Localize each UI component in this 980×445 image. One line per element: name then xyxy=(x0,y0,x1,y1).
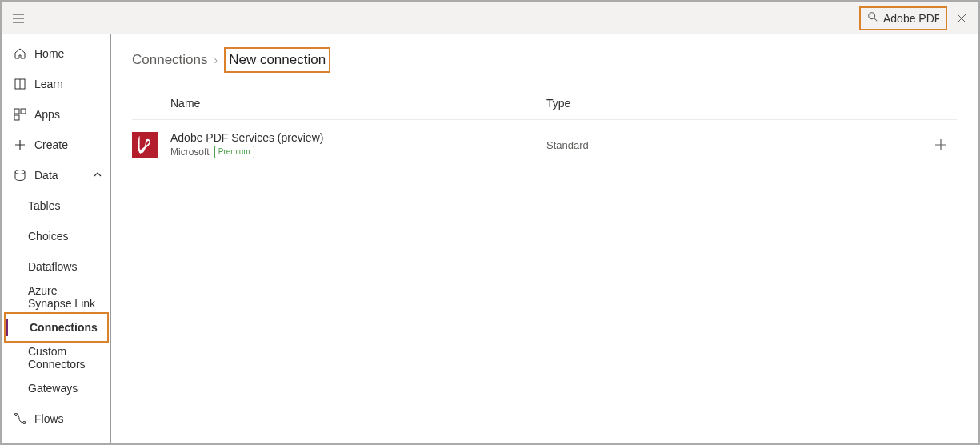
breadcrumb: Connections › New connection xyxy=(132,47,957,73)
sidebar-item-home[interactable]: Home xyxy=(2,38,110,69)
svg-point-0 xyxy=(869,13,875,19)
sidebar-item-connections[interactable]: Connections xyxy=(4,312,109,343)
svg-point-7 xyxy=(23,422,26,424)
adobe-pdf-icon xyxy=(136,134,154,155)
data-icon xyxy=(14,169,26,182)
svg-point-6 xyxy=(15,414,18,416)
connector-row[interactable]: Adobe PDF Services (preview) Microsoft P… xyxy=(132,120,957,170)
svg-rect-3 xyxy=(21,109,26,114)
sidebar-label: Azure Synapse Link xyxy=(28,284,102,310)
sidebar-label: Dataflows xyxy=(28,260,77,273)
sidebar-label: Flows xyxy=(34,412,64,425)
learn-icon xyxy=(14,78,26,90)
sidebar-item-tables[interactable]: Tables xyxy=(2,190,110,221)
sidebar-item-synapse[interactable]: Azure Synapse Link xyxy=(2,282,110,312)
sidebar-item-flows[interactable]: Flows xyxy=(2,403,110,434)
apps-icon xyxy=(14,108,26,121)
sidebar-label: Data xyxy=(34,169,58,182)
adobe-pdf-logo xyxy=(132,132,158,158)
connector-type: Standard xyxy=(546,139,925,151)
sidebar-label: Home xyxy=(34,47,64,60)
sidebar-label: Gateways xyxy=(28,382,78,395)
sidebar-item-apps[interactable]: Apps xyxy=(2,99,110,130)
close-icon xyxy=(957,14,966,23)
main-content: Connections › New connection Name Type A… xyxy=(111,34,978,443)
topbar xyxy=(2,2,978,34)
close-search-button[interactable] xyxy=(950,14,973,23)
svg-rect-4 xyxy=(14,115,19,120)
sidebar-label: Learn xyxy=(34,78,63,90)
home-icon xyxy=(14,47,26,60)
sidebar-item-create[interactable]: Create xyxy=(2,130,110,160)
chevron-right-icon: › xyxy=(214,54,218,66)
breadcrumb-root[interactable]: Connections xyxy=(132,52,208,68)
table-header: Name Type xyxy=(132,97,957,120)
column-header-name[interactable]: Name xyxy=(170,97,546,110)
sidebar-item-choices[interactable]: Choices xyxy=(2,221,110,251)
connector-title: Adobe PDF Services (preview) xyxy=(170,131,546,144)
connector-publisher: Microsoft xyxy=(170,146,210,158)
column-header-type[interactable]: Type xyxy=(546,97,886,110)
flows-icon xyxy=(14,412,26,425)
breadcrumb-current: New connection xyxy=(224,47,330,73)
search-box[interactable] xyxy=(859,6,947,30)
sidebar-label: Choices xyxy=(28,230,69,243)
sidebar-item-learn[interactable]: Learn xyxy=(2,69,110,99)
sidebar-label: Custom Connectors xyxy=(28,345,102,371)
premium-badge: Premium xyxy=(214,146,254,158)
sidebar-label: Tables xyxy=(28,199,60,212)
sidebar-item-gateways[interactable]: Gateways xyxy=(2,373,110,403)
svg-point-5 xyxy=(15,170,25,174)
search-icon xyxy=(867,11,878,25)
hamburger-icon xyxy=(12,12,25,25)
plus-icon xyxy=(934,138,948,152)
sidebar-label: Apps xyxy=(34,108,60,121)
chevron-up-icon xyxy=(93,169,102,182)
search-input[interactable] xyxy=(883,12,939,25)
sidebar: Home Learn Apps Create Data Tables xyxy=(2,34,111,443)
sidebar-label: Connections xyxy=(30,321,98,334)
sidebar-item-dataflows[interactable]: Dataflows xyxy=(2,251,110,282)
sidebar-label: Create xyxy=(34,138,68,151)
hamburger-menu[interactable] xyxy=(2,2,34,34)
add-connector-button[interactable] xyxy=(925,138,957,152)
svg-rect-2 xyxy=(14,109,19,114)
sidebar-item-data[interactable]: Data xyxy=(2,160,110,190)
plus-icon xyxy=(14,138,26,151)
sidebar-item-custom-connectors[interactable]: Custom Connectors xyxy=(2,343,110,373)
